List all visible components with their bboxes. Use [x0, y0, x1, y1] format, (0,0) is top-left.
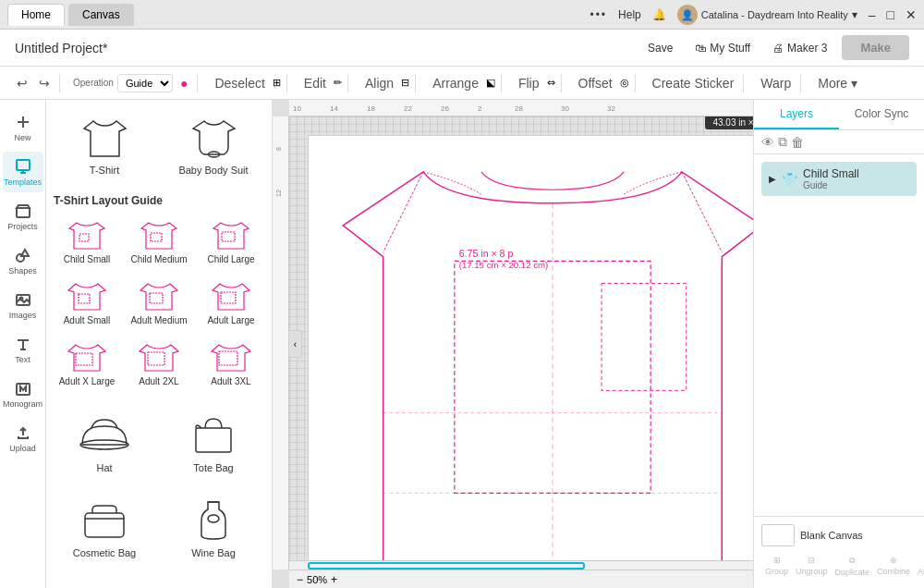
template-tshirt[interactable]: T-Shirt: [54, 107, 155, 183]
panel-toolbar: 👁 ⧉ 🗑: [754, 130, 924, 154]
dots: •••: [590, 8, 607, 21]
canvas-viewport[interactable]: 43.03 in × 20.37 in: [289, 116, 753, 570]
duplicate-bottom-button[interactable]: ⧉ Duplicate: [832, 552, 874, 581]
tab-layers[interactable]: Layers: [754, 100, 839, 129]
template-baby-body-suit[interactable]: Baby Body Suit: [163, 107, 264, 183]
tshirt-outline: 6.75 in × 8 p (17.15 cm × 20.12 cm): [309, 145, 753, 570]
sidebar-item-monogram[interactable]: Monogram: [3, 374, 43, 414]
window-maximize-icon[interactable]: □: [887, 7, 894, 22]
template-adult-3xl-label: Adult 3XL: [211, 376, 250, 386]
accessory-grid: Hat Tote Bag: [54, 403, 264, 566]
tote-bag-icon: [186, 410, 241, 459]
help-label[interactable]: Help: [618, 8, 641, 21]
sidebar-item-images[interactable]: Images: [3, 285, 43, 325]
panel-duplicate-button[interactable]: ⧉: [778, 134, 787, 150]
tab-color-sync[interactable]: Color Sync: [839, 100, 924, 129]
right-panel: Layers Color Sync 👁 ⧉ 🗑 ▶ 👕 Child Small …: [753, 100, 924, 588]
group-button[interactable]: ⊞ Group: [761, 552, 792, 581]
cosmetic-bag-label: Cosmetic Bag: [73, 547, 136, 558]
panel-eye-button[interactable]: 👁: [761, 135, 774, 150]
template-child-medium[interactable]: Child Medium: [126, 214, 192, 270]
sidebar-item-text-label: Text: [15, 355, 30, 364]
more-button[interactable]: More ▾: [814, 74, 861, 92]
zoom-in-button[interactable]: +: [331, 573, 337, 586]
create-sticker-button[interactable]: Create Sticker: [649, 74, 738, 92]
color-picker-button[interactable]: ●: [176, 74, 191, 92]
sidebar-item-upload[interactable]: Upload: [3, 418, 43, 459]
flip-icon: ⇔: [547, 77, 555, 89]
template-wine-bag[interactable]: Wine Bag: [163, 488, 264, 566]
redo-button[interactable]: ↪: [35, 74, 54, 92]
template-cosmetic-bag[interactable]: Cosmetic Bag: [54, 488, 155, 566]
canvas-scroll-indicator[interactable]: [289, 560, 753, 570]
combine-button[interactable]: ⊕ Combine: [873, 552, 914, 581]
layer-child-small[interactable]: ▶ 👕 Child Small Guide: [761, 162, 917, 196]
panel-collapse-left[interactable]: ‹: [289, 330, 302, 358]
notification-icon[interactable]: 🔔: [652, 8, 666, 21]
blank-canvas-preview: [761, 524, 795, 546]
template-hat[interactable]: Hat: [54, 403, 155, 481]
tab-canvas[interactable]: Canvas: [68, 4, 134, 26]
arrange-group: Arrange ⬕: [423, 74, 502, 92]
layer-name: Child Small: [803, 167, 909, 180]
template-adult-xlarge-label: Adult X Large: [59, 376, 116, 386]
template-child-large[interactable]: Child Large: [198, 214, 264, 270]
template-adult-xlarge[interactable]: Adult X Large: [54, 337, 120, 392]
flip-button[interactable]: Flip: [515, 74, 543, 92]
edit-icon: ✏: [334, 77, 342, 89]
attach-button[interactable]: 📎 Attach: [914, 552, 924, 581]
make-button[interactable]: Make: [842, 35, 909, 60]
svg-text:18: 18: [367, 104, 375, 113]
svg-rect-2: [17, 160, 30, 170]
baby-body-suit-label: Baby Body Suit: [178, 165, 248, 176]
sidebar-item-new[interactable]: New: [3, 107, 43, 148]
combine-icon: ⊕: [890, 556, 897, 565]
panel-delete-button[interactable]: 🗑: [791, 135, 804, 150]
sidebar-item-templates[interactable]: Templates: [3, 152, 43, 192]
template-adult-large[interactable]: Adult Large: [198, 276, 264, 331]
edit-button[interactable]: Edit: [300, 74, 330, 92]
canvas-area[interactable]: 10 14 18 22 26 2 28 30 32 8 12: [273, 100, 753, 588]
arrange-button[interactable]: Arrange: [429, 74, 482, 92]
sidebar-item-text[interactable]: Text: [3, 329, 43, 370]
canvas-white-area[interactable]: 43.03 in × 20.37 in: [308, 135, 753, 570]
save-button[interactable]: Save: [640, 38, 680, 58]
arrange-icon: ⬕: [486, 77, 495, 89]
deselect-button[interactable]: Deselect: [211, 74, 268, 92]
maker-button[interactable]: 🖨 Maker 3: [765, 38, 834, 58]
window-minimize-icon[interactable]: –: [869, 7, 876, 22]
template-extra1[interactable]: [54, 573, 155, 588]
align-button[interactable]: Align: [361, 74, 397, 92]
template-child-small[interactable]: Child Small: [54, 214, 120, 270]
svg-rect-40: [602, 284, 687, 391]
operation-group: Operation Guide ●: [67, 74, 198, 92]
offset-button[interactable]: Offset: [575, 74, 616, 92]
panel-tabs: Layers Color Sync: [754, 100, 924, 130]
sidebar-item-upload-label: Upload: [9, 444, 36, 453]
bag-icon: 🛍: [695, 42, 706, 55]
template-adult-medium[interactable]: Adult Medium: [126, 276, 192, 331]
svg-text:2: 2: [478, 104, 482, 113]
sidebar-item-templates-label: Templates: [4, 178, 42, 187]
template-tote-bag[interactable]: Tote Bag: [163, 403, 264, 481]
hat-icon: [77, 410, 132, 459]
sidebar-item-projects[interactable]: Projects: [3, 196, 43, 237]
template-extra2[interactable]: [163, 573, 264, 588]
sidebar-item-shapes[interactable]: Shapes: [3, 240, 43, 281]
template-adult-3xl[interactable]: Adult 3XL: [198, 337, 264, 392]
warp-button[interactable]: Warp: [757, 74, 795, 92]
operation-select[interactable]: Guide: [117, 74, 173, 92]
zoom-out-button[interactable]: −: [297, 573, 303, 586]
ungroup-button[interactable]: ⊟ Ungroup: [792, 552, 832, 581]
tab-home[interactable]: Home: [7, 4, 65, 26]
svg-text:8: 8: [275, 147, 282, 151]
template-adult-2xl[interactable]: Adult 2XL: [126, 337, 192, 392]
svg-rect-3: [17, 208, 30, 217]
my-stuff-button[interactable]: 🛍 My Stuff: [687, 38, 758, 58]
horizontal-scrollbar-thumb[interactable]: [308, 562, 585, 570]
tote-bag-label: Tote Bag: [193, 462, 233, 473]
template-adult-small[interactable]: Adult Small: [54, 276, 120, 331]
undo-button[interactable]: ↩: [13, 74, 31, 92]
window-close-icon[interactable]: ✕: [906, 7, 917, 22]
svg-rect-9: [79, 234, 89, 241]
